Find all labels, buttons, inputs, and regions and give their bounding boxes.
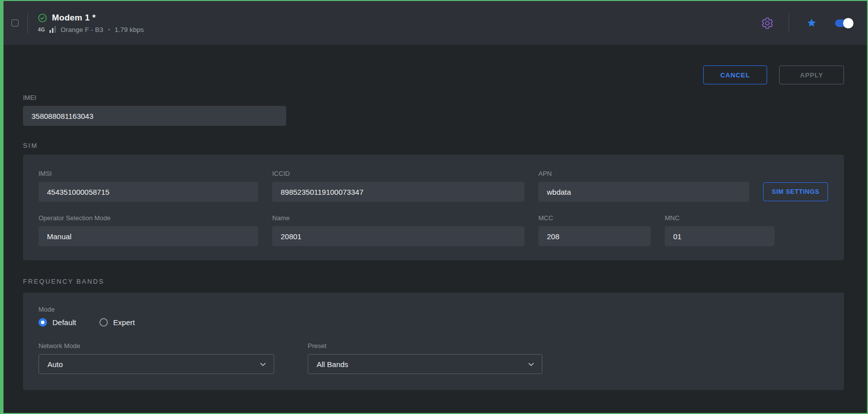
name-label: Name — [272, 214, 524, 222]
dot-separator: • — [108, 26, 110, 33]
iccid-label: ICCID — [272, 170, 524, 177]
star-favorite-icon[interactable] — [806, 17, 817, 28]
operator-selection-mode-input[interactable] — [38, 226, 258, 246]
operator-name: Orange F - B3 — [60, 26, 103, 33]
iccid-input[interactable] — [272, 182, 524, 202]
mode-option-label: Default — [52, 318, 76, 327]
modem-title-block: Modem 1 * 4G Orange F - B3 • 1.79 kbps — [38, 13, 144, 33]
imei-input[interactable] — [23, 106, 286, 126]
chevron-down-icon — [259, 361, 267, 368]
status-check-circle-icon — [38, 13, 47, 22]
select-modem-checkbox[interactable] — [11, 19, 18, 26]
operator-selection-mode-label: Operator Selection Mode — [38, 214, 258, 222]
mode-option-expert[interactable]: Expert — [99, 318, 135, 327]
network-type-badge: 4G — [38, 27, 45, 32]
mcc-label: MCC — [538, 214, 651, 222]
apn-label: APN — [538, 170, 749, 177]
sim-settings-button[interactable]: SIM SETTINGS — [763, 182, 828, 201]
header-actions — [761, 13, 852, 33]
imei-label: IMEI — [23, 94, 286, 101]
network-mode-select[interactable]: Auto — [38, 354, 274, 374]
chevron-down-icon — [527, 361, 535, 368]
band-selects-row: Network Mode Auto Preset All Bands — [38, 342, 828, 374]
apn-input[interactable] — [538, 182, 749, 202]
gear-icon[interactable] — [761, 17, 774, 29]
preset-value: All Bands — [317, 360, 348, 369]
network-mode-value: Auto — [47, 360, 63, 369]
cancel-button[interactable]: CANCEL — [703, 65, 767, 84]
sim-card: IMSI ICCID APN SIM SETTINGS Operator Sel… — [23, 155, 844, 260]
mcc-input[interactable] — [538, 226, 651, 246]
preset-select[interactable]: All Bands — [308, 354, 542, 374]
mode-option-default[interactable]: Default — [38, 318, 76, 327]
mode-radio-group: Default Expert — [38, 318, 828, 327]
preset-label: Preset — [308, 342, 542, 350]
imsi-input[interactable] — [38, 182, 258, 202]
page-title: Modem 1 * — [52, 13, 96, 23]
name-input[interactable] — [272, 226, 524, 246]
signal-bars-icon — [49, 26, 56, 33]
apply-button[interactable]: APPLY — [779, 65, 844, 84]
sim-section-label: SIM — [23, 142, 844, 149]
network-mode-label: Network Mode — [38, 342, 274, 350]
mode-label: Mode — [38, 306, 828, 313]
header-divider — [789, 13, 789, 33]
imei-field-block: IMEI — [23, 94, 286, 126]
frequency-bands-card: Mode Default Expert Network Mode Auto — [23, 293, 844, 390]
radio-selected-icon — [38, 318, 47, 327]
header-divider — [27, 12, 28, 33]
modem-enable-toggle[interactable] — [835, 19, 852, 27]
imsi-label: IMSI — [38, 170, 258, 177]
throughput-value: 1.79 kbps — [114, 26, 144, 33]
modem-settings-window: Modem 1 * 4G Orange F - B3 • 1.79 kbps — [0, 0, 868, 414]
form-actions: CANCEL APPLY — [23, 45, 844, 84]
mnc-input[interactable] — [665, 226, 775, 246]
settings-content: CANCEL APPLY IMEI SIM IMSI ICCID APN — [3, 45, 867, 390]
radio-unselected-icon — [99, 318, 108, 327]
header-bar: Modem 1 * 4G Orange F - B3 • 1.79 kbps — [3, 1, 867, 45]
frequency-bands-section-label: FREQUENCY BANDS — [23, 278, 844, 285]
mnc-label: MNC — [665, 214, 775, 222]
toggle-knob — [843, 18, 854, 28]
mode-option-label: Expert — [113, 318, 135, 327]
